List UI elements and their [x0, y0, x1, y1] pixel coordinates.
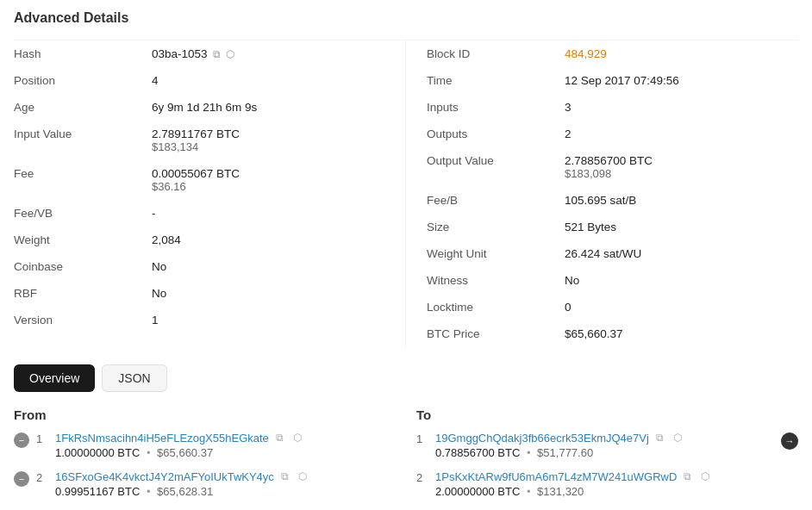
hash-label: Hash [14, 40, 152, 67]
coinbase-value: No [152, 253, 384, 280]
feeb-value: 105.695 sat/B [565, 187, 798, 214]
tab-overview[interactable]: Overview [14, 364, 95, 392]
outputs-label: Outputs [427, 121, 565, 147]
from-copy-icon-1[interactable]: ⧉ [273, 431, 286, 445]
witness-value: No [565, 267, 798, 294]
from-amount-1: 1.00000000 BTC • $65,660.37 [55, 446, 304, 459]
fee-value: 0.00055067 BTC $36.16 [152, 160, 384, 200]
hash-text: 03ba-1053 [152, 47, 208, 60]
to-address-1[interactable]: 19GmggChQdakj3fb66ecrk53EkmJQ4e7Vj ⧉ ⬡ [435, 431, 684, 445]
blockid-label: Block ID [427, 40, 565, 67]
hash-link-icon[interactable]: ⬡ [226, 48, 234, 60]
locktime-label: Locktime [427, 294, 565, 320]
to-details-2: 1PsKxKtARw9fU6mA6m7L4zM7W241uWGRwD ⧉ ⬡ 2… [435, 470, 712, 498]
from-address-1[interactable]: 1FkRsNmsacihn4iH5eFLEzogX55hEGkate ⧉ ⬡ [55, 431, 304, 445]
to-link-icon-1[interactable]: ⬡ [671, 431, 684, 445]
weight-value: 2,084 [152, 227, 384, 253]
tabs: Overview JSON [14, 364, 798, 392]
from-minus-icon-1: − [14, 432, 29, 448]
details-grid: Hash 03ba-1053 ⧉ ⬡ Position 4 Age 6y 9m … [14, 40, 798, 347]
btcprice-label: BTC Price [427, 320, 565, 347]
locktime-value: 0 [565, 294, 798, 320]
weight-unit-value: 26.424 sat/WU [565, 240, 798, 267]
from-to-grid: From − 1 1FkRsNmsacihn4iH5eFLEzogX55hEGk… [14, 407, 798, 510]
to-num-2: 2 [416, 471, 428, 484]
time-value: 12 Sep 2017 07:49:56 [565, 67, 798, 94]
to-item-1: 1 19GmggChQdakj3fb66ecrk53EkmJQ4e7Vj ⧉ ⬡… [416, 431, 798, 459]
input-value-value: 2.78911767 BTC $183,134 [152, 121, 384, 160]
weight-unit-label: Weight Unit [427, 240, 565, 267]
feevb-label: Fee/VB [14, 200, 152, 227]
feeb-label: Fee/B [427, 187, 565, 214]
witness-label: Witness [427, 267, 565, 294]
from-link-icon-1[interactable]: ⬡ [290, 431, 304, 445]
btcprice-value: $65,660.37 [565, 320, 798, 347]
to-item-inner-2: 2 1PsKxKtARw9fU6mA6m7L4zM7W241uWGRwD ⧉ ⬡… [416, 470, 712, 498]
weight-label: Weight [14, 227, 152, 253]
to-address-2[interactable]: 1PsKxKtARw9fU6mA6m7L4zM7W241uWGRwD ⧉ ⬡ [435, 470, 712, 483]
input-value-label: Input Value [14, 121, 152, 160]
to-copy-icon-1[interactable]: ⧉ [653, 431, 666, 445]
hash-copy-icon[interactable]: ⧉ [213, 48, 221, 60]
left-details: Hash 03ba-1053 ⧉ ⬡ Position 4 Age 6y 9m … [14, 40, 406, 347]
to-link-icon-2[interactable]: ⬡ [698, 470, 712, 483]
outputs-value: 2 [565, 121, 798, 147]
position-label: Position [14, 67, 152, 94]
from-amount-2: 0.99951167 BTC • $65,628.31 [55, 485, 309, 498]
to-section: To 1 19GmggChQdakj3fb66ecrk53EkmJQ4e7Vj … [416, 407, 798, 510]
to-arrow-icon-1: → [781, 432, 798, 450]
from-address-2[interactable]: 16SFxoGe4K4vkctJ4Y2mAFYoIUkTwKY4yc ⧉ ⬡ [55, 470, 309, 483]
from-item-1: − 1 1FkRsNmsacihn4iH5eFLEzogX55hEGkate ⧉… [14, 431, 396, 459]
age-label: Age [14, 94, 152, 121]
size-label: Size [427, 214, 565, 240]
to-copy-icon-2[interactable]: ⧉ [681, 470, 694, 483]
from-copy-icon-2[interactable]: ⧉ [278, 470, 291, 483]
inputs-value: 3 [565, 94, 798, 121]
to-item-2: 2 1PsKxKtARw9fU6mA6m7L4zM7W241uWGRwD ⧉ ⬡… [416, 470, 798, 498]
output-value-label: Output Value [427, 147, 565, 187]
hash-value: 03ba-1053 ⧉ ⬡ [152, 40, 384, 67]
feevb-value: - [152, 200, 384, 227]
right-details: Block ID 484,929 Time 12 Sep 2017 07:49:… [406, 40, 798, 347]
rbf-value: No [152, 280, 384, 307]
page-title: Advanced Details [14, 10, 798, 26]
inputs-label: Inputs [427, 94, 565, 121]
fee-label: Fee [14, 160, 152, 200]
position-value: 4 [152, 67, 384, 94]
to-details-1: 19GmggChQdakj3fb66ecrk53EkmJQ4e7Vj ⧉ ⬡ 0… [435, 431, 684, 459]
to-num-1: 1 [416, 432, 428, 445]
time-label: Time [427, 67, 565, 94]
from-num-2: 2 [36, 471, 48, 484]
from-minus-icon-2: − [14, 471, 29, 487]
blockid-value[interactable]: 484,929 [565, 40, 798, 67]
age-value: 6y 9m 1d 21h 6m 9s [152, 94, 384, 121]
from-details-2: 16SFxoGe4K4vkctJ4Y2mAFYoIUkTwKY4yc ⧉ ⬡ 0… [55, 470, 309, 498]
from-link-icon-2[interactable]: ⬡ [296, 470, 309, 483]
to-title: To [416, 407, 798, 422]
from-item-2: − 2 16SFxoGe4K4vkctJ4Y2mAFYoIUkTwKY4yc ⧉… [14, 470, 396, 498]
tab-json[interactable]: JSON [102, 364, 166, 392]
size-value: 521 Bytes [565, 214, 798, 240]
output-value-value: 2.78856700 BTC $183,098 [565, 147, 798, 187]
from-details-1: 1FkRsNmsacihn4iH5eFLEzogX55hEGkate ⧉ ⬡ 1… [55, 431, 304, 459]
coinbase-label: Coinbase [14, 253, 152, 280]
to-item-inner-1: 1 19GmggChQdakj3fb66ecrk53EkmJQ4e7Vj ⧉ ⬡… [416, 431, 684, 459]
version-value: 1 [152, 307, 384, 333]
to-amount-2: 2.00000000 BTC • $131,320 [435, 485, 712, 498]
from-title: From [14, 407, 396, 422]
from-section: From − 1 1FkRsNmsacihn4iH5eFLEzogX55hEGk… [14, 407, 396, 510]
rbf-label: RBF [14, 280, 152, 307]
from-num-1: 1 [36, 432, 48, 445]
version-label: Version [14, 307, 152, 333]
to-amount-1: 0.78856700 BTC • $51,777.60 [435, 446, 684, 459]
